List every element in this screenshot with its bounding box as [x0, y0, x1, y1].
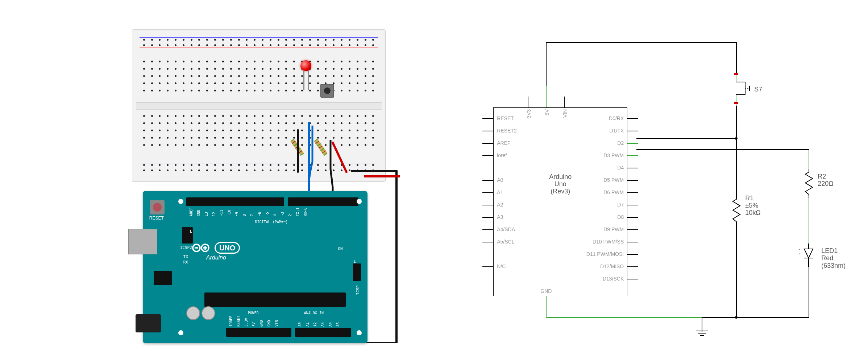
resistor-r2-symbol	[804, 169, 814, 198]
arduino-brand-text: Arduino	[206, 254, 226, 261]
r1-name: R1	[745, 195, 753, 202]
capacitors	[186, 306, 217, 322]
led-name: LED1	[821, 247, 838, 255]
svg-rect-11	[734, 102, 738, 104]
pushbutton-symbol	[727, 71, 756, 107]
mount-hole	[178, 199, 183, 204]
wire	[546, 317, 702, 318]
atmega-chip	[204, 292, 346, 307]
wire-black-short	[297, 129, 299, 173]
reset-label: RESET	[149, 216, 164, 221]
usb-port	[128, 229, 157, 254]
header-analog	[295, 328, 351, 337]
resistor-r1-symbol	[732, 196, 741, 225]
svg-rect-9	[734, 73, 738, 75]
svg-line-21	[800, 246, 800, 250]
led-red	[300, 60, 311, 71]
icsp-label: ICSP	[356, 285, 360, 295]
arduino-logo: UNO	[192, 242, 240, 253]
header-power	[226, 328, 291, 337]
analog-pin-labels: A0A1A2A3A4A5	[298, 322, 340, 327]
barrel-jack	[136, 314, 161, 332]
r1-val: 10kΩ	[745, 209, 760, 217]
l-led-label: L	[190, 229, 192, 234]
power-pin-labels: IOREFRESET3.3V5VGNDGNDVIN	[229, 316, 278, 327]
fritzing-breadboard-view: RESET ICSP2 ICSP 1 AREFGND1312~11~10~987…	[38, 17, 400, 343]
rx-led-label: RX	[183, 260, 188, 265]
arduino-uno-board: RESET ICSP2 ICSP 1 AREFGND1312~11~10~987…	[143, 191, 367, 343]
led-leg	[303, 70, 304, 90]
power-section-label: POWER	[248, 311, 259, 315]
led-leg	[308, 70, 309, 90]
small-chip	[154, 271, 172, 285]
led-symbol	[800, 244, 821, 269]
wire-blue	[308, 122, 310, 198]
top-pin-labels: AREFGND1312~11~10~987~6~54~32TX→1RX←0	[189, 208, 307, 216]
pushbutton	[320, 84, 334, 98]
breadboard	[132, 29, 386, 182]
gnd-symbol-icon	[694, 330, 710, 338]
svg-line-23	[800, 251, 800, 254]
svg-marker-18	[804, 249, 813, 258]
tx-led-label: TX	[183, 254, 188, 259]
mount-hole	[357, 330, 362, 335]
r1-tol: ±5%	[745, 202, 758, 209]
analog-section-label: ANALOG IN	[304, 311, 324, 315]
schematic-view: Arduino Uno (Rev3) GND	[432, 17, 830, 343]
s7-label: S7	[754, 86, 762, 93]
r2-val: 220Ω	[818, 180, 834, 188]
reset-button	[150, 200, 165, 214]
header-digital-left	[186, 197, 284, 206]
mount-hole	[178, 330, 183, 335]
icsp-pin1: 1	[353, 259, 356, 264]
icsp-header	[353, 263, 361, 281]
on-led-label: ON	[338, 246, 343, 251]
icsp2-label: ICSP2	[180, 245, 192, 250]
digital-section-label: DIGITAL (PWM=~)	[255, 220, 288, 224]
wire	[546, 296, 547, 317]
gnd-label: GND	[540, 288, 552, 294]
mount-hole	[357, 199, 362, 204]
r2-name: R2	[818, 173, 826, 180]
led-desc: Red (633nm)	[821, 254, 846, 270]
header-digital-right	[288, 197, 358, 206]
